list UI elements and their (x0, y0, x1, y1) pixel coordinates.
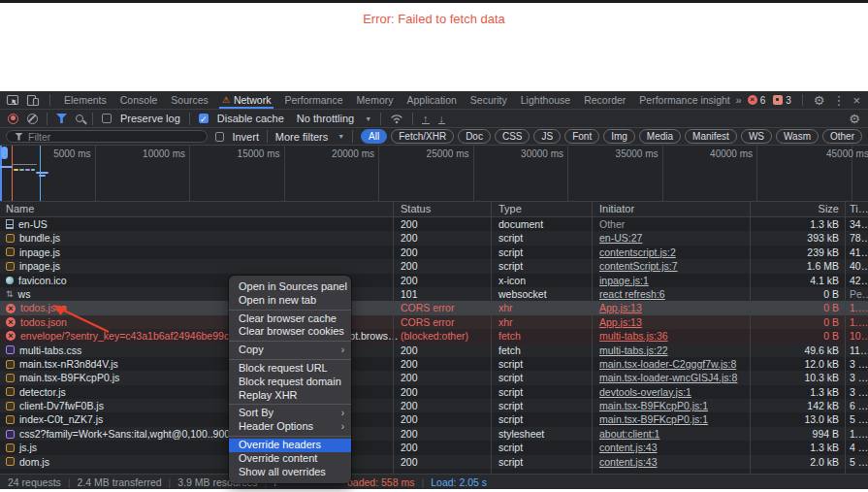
more-panels-chevron[interactable]: » (730, 94, 748, 106)
menu-item-block-request-url[interactable]: Block request URL (229, 362, 351, 376)
kebab-menu-icon[interactable]: ⋮ (832, 94, 845, 107)
table-row[interactable]: ×envelope/?sentry_key=c43a1b6af24946be99… (0, 329, 868, 343)
menu-item-block-request-domain[interactable]: Block request domain (229, 376, 351, 389)
chip-other[interactable]: Other (822, 129, 862, 144)
close-devtools-icon[interactable]: × (852, 94, 860, 107)
disable-cache-checkbox[interactable]: ✓ (199, 114, 209, 123)
menu-item-clear-browser-cache[interactable]: Clear browser cache (229, 312, 351, 326)
initiator-link[interactable]: main.tsx-loader-C2gggf7w.js:8 (599, 358, 736, 370)
column-header-size[interactable]: Size (750, 202, 845, 216)
initiator-link[interactable]: content.js:43 (599, 456, 658, 468)
chip-all[interactable]: All (361, 129, 387, 144)
table-row[interactable]: en-US200documentOther1.3 kB34… (0, 217, 868, 231)
table-row[interactable]: css2?family=Work+Sans:ital,wght@0,100..9… (0, 427, 868, 441)
initiator-link[interactable]: content.js:43 (599, 442, 658, 453)
initiator-link[interactable]: main.tsx-B9FKcpP0.js:1 (599, 413, 708, 425)
table-row[interactable]: ×todos.jsonCORS errorxhrApp.js:130 B1.… (0, 315, 868, 329)
menu-item-clear-browser-cookies[interactable]: Clear browser cookies (229, 325, 351, 339)
column-header-time[interactable]: Ti… (845, 202, 868, 216)
chip-fetch-xhr[interactable]: Fetch/XHR (391, 129, 454, 144)
tab-performance-insights[interactable]: Performance insights (632, 91, 729, 109)
initiator-link[interactable]: multi-tabs.js:36 (599, 330, 668, 342)
console-errors-badge[interactable]: × 6 (748, 95, 766, 106)
initiator-link[interactable]: about:client:1 (599, 428, 659, 440)
tab-console[interactable]: Console (113, 91, 165, 109)
tab-performance[interactable]: Performance (277, 91, 349, 109)
search-icon[interactable] (76, 115, 83, 122)
preserve-log-checkbox[interactable] (102, 114, 112, 123)
chip-manifest[interactable]: Manifest (685, 129, 737, 144)
menu-item-show-all-overrides[interactable]: Show all overrides (229, 466, 351, 479)
chip-js[interactable]: JS (533, 129, 561, 144)
network-overview-timeline[interactable]: 5000 ms10000 ms15000 ms20000 ms25000 ms3… (0, 146, 868, 202)
tab-elements[interactable]: Elements (57, 91, 113, 109)
chip-font[interactable]: Font (564, 129, 599, 144)
filter-input[interactable] (28, 131, 199, 143)
table-row[interactable]: detector.js200scriptdevtools-overlay.js:… (0, 385, 868, 399)
tab-security[interactable]: Security (464, 91, 514, 109)
initiator-link[interactable]: contentscript.js:2 (599, 246, 676, 258)
menu-item-replay-xhr[interactable]: Replay XHR (229, 389, 351, 403)
table-row[interactable]: inpage.js200scriptcontentscript.js:2239 … (0, 246, 868, 259)
initiator-link[interactable]: inpage.js:1 (599, 275, 649, 286)
column-header-status[interactable]: Status (393, 202, 491, 216)
initiator-link[interactable]: contentScript.js:7 (599, 260, 678, 272)
tab-network[interactable]: ⚠Network (215, 91, 278, 109)
chip-wasm[interactable]: Wasm (776, 129, 819, 144)
table-row[interactable]: ⇅ws101websocketreact refresh:60 BPe… (0, 287, 868, 301)
table-row[interactable]: bundle.js200scripten-US:27393 kB78… (0, 231, 868, 245)
initiator-link[interactable]: devtools-overlay.js:1 (599, 386, 691, 398)
more-filters-dropdown[interactable]: More filters (275, 131, 328, 143)
table-row[interactable]: dom.js200scriptcontent.js:432.0 kB5 … (0, 455, 868, 469)
menu-item-copy[interactable]: Copy› (229, 344, 351, 357)
initiator-link[interactable]: multi-tabs.js:22 (599, 344, 668, 356)
table-row[interactable]: inpage.js200scriptcontentScript.js:71.6 … (0, 259, 868, 273)
column-header-initiator[interactable]: Initiator (592, 202, 750, 216)
tab-recorder[interactable]: Recorder (577, 91, 632, 109)
table-row[interactable]: js.js200scriptcontent.js:431.3 kB4 … (0, 441, 868, 454)
tab-sources[interactable]: Sources (164, 91, 215, 109)
table-row[interactable]: ×todos.jsonCORS errorxhrApp.js:130 B1.… (0, 301, 868, 314)
menu-item-sort-by[interactable]: Sort By› (229, 407, 351, 420)
clear-network-log-icon[interactable] (27, 114, 38, 124)
filter-toggle-icon[interactable] (56, 114, 67, 123)
table-row[interactable]: favicon.ico200x-iconinpage.js:14.1 kB42… (0, 274, 868, 287)
export-har-icon[interactable]: ↓ (438, 114, 446, 124)
device-toolbar-icon[interactable] (26, 94, 40, 107)
tab-application[interactable]: Application (400, 91, 463, 109)
menu-item-open-in-sources-panel[interactable]: Open in Sources panel (229, 280, 351, 294)
tab-memory[interactable]: Memory (350, 91, 401, 109)
column-header-name[interactable]: Name (0, 202, 393, 216)
menu-item-header-options[interactable]: Header Options› (229, 420, 351, 434)
column-header-type[interactable]: Type (491, 202, 592, 216)
chip-media[interactable]: Media (639, 129, 681, 144)
initiator-link[interactable]: App.js:13 (599, 316, 642, 328)
initiator-link[interactable]: en-US:27 (599, 232, 642, 244)
issues-badge[interactable]: 3 (773, 95, 791, 106)
chip-css[interactable]: CSS (495, 129, 530, 144)
table-row[interactable]: multi-tabs.css200fetchmulti-tabs.js:2249… (0, 344, 868, 357)
invert-checkbox[interactable] (215, 132, 224, 142)
inspect-element-icon[interactable] (6, 93, 19, 107)
chip-doc[interactable]: Doc (458, 129, 491, 144)
table-row[interactable]: main.tsx-B9FKcpP0.js200scriptmain.tsx-lo… (0, 371, 868, 384)
tab-lighthouse[interactable]: Lighthouse (514, 91, 577, 109)
table-row[interactable]: client-Dv7fwF0B.js200scriptmain.tsx-B9FK… (0, 399, 868, 412)
throttling-select[interactable]: No throttling (297, 113, 354, 124)
network-settings-gear-icon[interactable]: ⚙ (849, 113, 860, 125)
import-har-icon[interactable]: ↑ (422, 114, 430, 124)
menu-item-override-headers[interactable]: Override headers (229, 439, 351, 452)
chip-ws[interactable]: WS (741, 129, 772, 144)
initiator-link[interactable]: react refresh:6 (599, 288, 665, 300)
menu-item-override-content[interactable]: Override content (229, 452, 351, 466)
initiator-link[interactable]: main.tsx-loader-wncGISJ4.js:8 (599, 372, 737, 383)
record-network-log-icon[interactable] (8, 114, 18, 124)
initiator-link[interactable]: main.tsx-B9FKcpP0.js:1 (599, 400, 708, 411)
network-conditions-icon[interactable] (390, 113, 403, 124)
initiator-link[interactable]: App.js:13 (599, 302, 642, 313)
settings-gear-icon[interactable]: ⚙ (814, 94, 825, 107)
table-row[interactable]: main.tsx-nR3n8d4V.js200scriptmain.tsx-lo… (0, 357, 868, 371)
overview-drag-handle[interactable] (1, 147, 8, 159)
chip-img[interactable]: Img (603, 129, 635, 144)
menu-item-open-in-new-tab[interactable]: Open in new tab (229, 294, 351, 308)
